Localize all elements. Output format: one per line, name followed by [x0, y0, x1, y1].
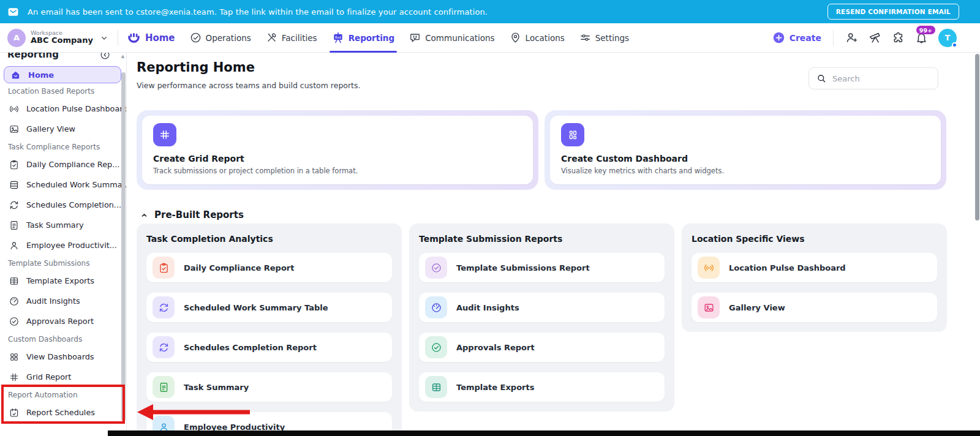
- sidebar-item-task-summary[interactable]: Task Summary: [0, 215, 126, 235]
- nav-item-facilities[interactable]: Facilities: [266, 23, 317, 52]
- report-item-scheduled-work-summary-table[interactable]: Scheduled Work Summary Table: [146, 293, 392, 322]
- sidebar-item-approvals-report[interactable]: Approvals Report: [0, 311, 126, 331]
- nav-item-settings[interactable]: Settings: [579, 23, 629, 52]
- gauge-icon: [425, 296, 447, 318]
- email-envelope-icon: [7, 6, 19, 18]
- search-box[interactable]: [809, 67, 938, 89]
- squares-icon: [9, 351, 20, 363]
- sidebar-title: Reporting: [7, 53, 59, 60]
- sidebar-item-daily-compliance-report[interactable]: Daily Compliance Rep...: [0, 154, 126, 175]
- image-icon: [9, 124, 20, 135]
- create-button[interactable]: Create: [772, 31, 821, 44]
- telescope-button[interactable]: [869, 31, 881, 44]
- telescope-icon: [869, 31, 881, 44]
- sidebar-item-label: Approvals Report: [26, 317, 94, 326]
- nav-label: Facilities: [282, 33, 317, 43]
- gauge-icon: [9, 296, 20, 307]
- nav-item-reporting[interactable]: Reporting: [332, 23, 395, 52]
- create-custom-dashboard-card[interactable]: Create Custom Dashboard Visualize key me…: [545, 110, 946, 190]
- report-item-label: Scheduled Work Summary Table: [184, 303, 328, 312]
- add-user-button[interactable]: [845, 31, 858, 44]
- report-item-task-summary[interactable]: Task Summary: [146, 372, 392, 402]
- chevron-up-icon: [140, 211, 149, 220]
- puzzle-icon: [892, 31, 905, 44]
- divider: [118, 30, 118, 46]
- report-item-audit-insights[interactable]: Audit Insights: [419, 293, 665, 322]
- workspace-name: ABC Company: [31, 36, 93, 45]
- main-navigation: Home Operations Facilities Reporting Com…: [127, 23, 629, 52]
- resend-confirmation-email-button[interactable]: RESEND CONFIRMATION EMAIL: [827, 4, 959, 20]
- nav-label: Operations: [206, 33, 251, 43]
- report-item-schedules-completion-report[interactable]: Schedules Completion Report: [146, 333, 392, 362]
- report-item-label: Location Pulse Dashboard: [729, 263, 846, 272]
- sidebar-item-home[interactable]: Home: [4, 66, 121, 83]
- create-cards-row: Create Grid Report Track submissions or …: [137, 110, 946, 190]
- report-item-location-pulse-dashboard[interactable]: Location Pulse Dashboard: [692, 253, 937, 282]
- sidebar-item-audit-insights[interactable]: Audit Insights: [0, 291, 126, 311]
- sidebar-item-grid-report[interactable]: Grid Report: [0, 367, 126, 387]
- prebuilt-panels: Task Completion Analytics Daily Complian…: [137, 224, 947, 436]
- report-item-template-submissions-report[interactable]: Template Submissions Report: [419, 253, 665, 282]
- user-avatar[interactable]: T: [938, 29, 957, 47]
- app-window: An email has been sent to cstore@xenia.t…: [0, 0, 980, 436]
- clipboard-check-icon: [153, 257, 175, 279]
- sidebar-item-report-schedules[interactable]: Report Schedules: [0, 402, 126, 423]
- sidebar-item-view-dashboards[interactable]: View Dashboards: [0, 347, 126, 367]
- grid-hash-icon: [9, 372, 20, 383]
- collapse-sidebar-icon[interactable]: [100, 53, 110, 60]
- report-item-gallery-view[interactable]: Gallery View: [692, 293, 937, 322]
- sidebar-item-label: Audit Insights: [26, 296, 80, 306]
- sidebar-item-employee-productivity[interactable]: Employee Productivit...: [0, 235, 126, 255]
- sidebar-item-label: Gallery View: [26, 124, 75, 133]
- sidebar-item-label: Scheduled Work Summa...: [26, 180, 127, 189]
- report-item-label: Task Summary: [184, 383, 249, 392]
- calendar-check-icon: [9, 407, 20, 418]
- notification-badge: 99+: [916, 26, 935, 34]
- banner-message: An email has been sent to cstore@xenia.t…: [28, 7, 488, 17]
- page-scrollbar[interactable]: [975, 54, 979, 220]
- workspace-switcher[interactable]: A Workspace ABC Company: [7, 29, 109, 47]
- integrations-button[interactable]: [892, 31, 905, 44]
- page-title: Reporting Home: [137, 60, 255, 75]
- top-navbar: A Workspace ABC Company Home Operations …: [0, 23, 980, 53]
- sidebar-scrollbar[interactable]: [121, 72, 126, 421]
- sidebar-item-location-pulse-dashboard[interactable]: Location Pulse Dashboard: [0, 99, 126, 119]
- nav-item-communications[interactable]: Communications: [409, 23, 494, 52]
- clipboard-check-icon: [9, 159, 20, 170]
- sidebar-item-template-exports[interactable]: Template Exports: [0, 271, 126, 291]
- card-title: Create Grid Report: [153, 154, 522, 164]
- sidebar-section-report-automation: Report Automation: [0, 387, 126, 402]
- sidebar-scroll-up-arrow[interactable]: ▲: [120, 53, 126, 60]
- document-icon: [153, 376, 175, 398]
- nav-item-operations[interactable]: Operations: [190, 23, 251, 52]
- nav-item-home[interactable]: Home: [127, 23, 175, 52]
- sidebar-item-label: Schedules Completion...: [26, 200, 121, 209]
- xenia-logo-icon: [127, 31, 141, 45]
- sidebar-item-label: Employee Productivit...: [26, 241, 117, 250]
- report-item-daily-compliance-report[interactable]: Daily Compliance Report: [146, 253, 392, 282]
- search-input[interactable]: [832, 74, 924, 83]
- nav-item-locations[interactable]: Locations: [510, 23, 565, 52]
- refresh-icon: [153, 296, 175, 318]
- badge-check-icon: [425, 336, 447, 358]
- create-grid-report-card[interactable]: Create Grid Report Track submissions or …: [137, 110, 538, 190]
- sidebar-item-scheduled-work-summary[interactable]: Scheduled Work Summa...: [0, 175, 126, 195]
- nav-label: Reporting: [349, 33, 395, 43]
- tools-icon: [266, 32, 277, 43]
- report-item-template-exports[interactable]: Template Exports: [419, 372, 665, 402]
- chat-bubble-icon: [409, 32, 421, 43]
- sidebar-item-schedules-completion[interactable]: Schedules Completion...: [0, 195, 126, 215]
- panel-location-specific-views: Location Specific Views Location Pulse D…: [682, 224, 947, 332]
- prebuilt-reports-toggle[interactable]: Pre-Built Reports: [140, 209, 244, 220]
- sidebar-item-gallery-view[interactable]: Gallery View: [0, 119, 126, 139]
- report-item-label: Gallery View: [729, 303, 785, 312]
- dashboard-blocks-icon: [561, 123, 584, 146]
- card-title: Create Custom Dashboard: [561, 154, 930, 164]
- panel-template-submission-reports: Template Submission Reports Template Sub…: [409, 224, 674, 412]
- document-icon: [9, 220, 20, 231]
- nav-label: Home: [145, 32, 175, 43]
- refresh-icon: [153, 336, 175, 358]
- home-icon: [10, 70, 21, 80]
- report-item-approvals-report[interactable]: Approvals Report: [419, 333, 665, 362]
- notifications-button[interactable]: 99+: [915, 31, 928, 44]
